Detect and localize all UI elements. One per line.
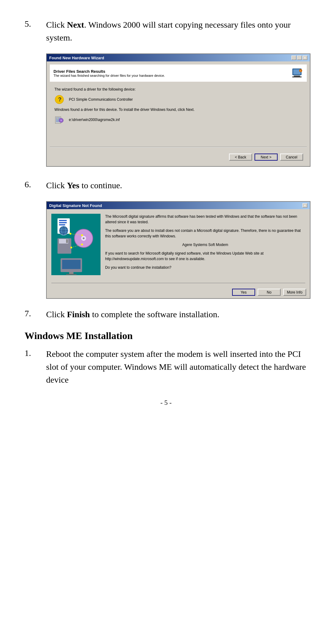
svg-point-35 [70, 247, 72, 248]
step-1-me-text: Reboot the computer system after the mod… [46, 348, 307, 386]
close-btn[interactable]: × [302, 56, 307, 60]
svg-point-13 [61, 120, 62, 121]
minimize-btn[interactable]: _ [291, 56, 296, 60]
svg-point-34 [69, 233, 71, 235]
step-6-text: Click Yes to continue. [46, 179, 307, 192]
dig-sig-text1: The Microsoft digital signature affirms … [105, 214, 305, 225]
page-number: - 5 - [25, 399, 307, 407]
dig-sig-question: Do you want to continue the installation… [105, 265, 305, 270]
device-name: PCI Simple Communications Controller [69, 97, 133, 102]
cancel-button[interactable]: Cancel [280, 154, 303, 161]
step-7-text: Click Finish to complete the software in… [46, 308, 307, 321]
wizard-screenshot: Found New Hardware Wizard _ □ × Driver F… [46, 53, 310, 167]
more-info-button[interactable]: More Info [283, 289, 306, 296]
svg-point-11 [57, 118, 58, 119]
driver-icon [54, 115, 64, 125]
wizard-spacer [50, 131, 307, 143]
yes-button[interactable]: Yes [232, 289, 255, 296]
step-number-1-me: 1. [25, 348, 46, 358]
svg-text:?: ? [300, 70, 301, 72]
dig-sig-text3: If you want to search for Microsoft digi… [105, 251, 305, 262]
step-5: 5. Click Next. Windows 2000 will start c… [25, 18, 307, 44]
back-button[interactable]: < Back [229, 154, 252, 161]
next-button[interactable]: Next > [255, 154, 278, 161]
wizard-header: Driver Files Search Results The wizard h… [50, 64, 307, 82]
step-number-6: 6. [25, 179, 46, 189]
wizard-content: Driver Files Search Results The wizard h… [47, 61, 310, 166]
svg-point-37 [81, 244, 83, 245]
wizard-header-icon: ? [291, 67, 303, 79]
dig-sig-title: Digital Signature Not Found [49, 203, 102, 208]
dig-sig-software-name: Agere Systems Soft Modem [114, 242, 296, 248]
step-5-text: Click Next. Windows 2000 will start copy… [46, 18, 307, 44]
dig-sig-close-btn[interactable]: × [302, 203, 307, 208]
svg-point-36 [81, 234, 83, 236]
step-6: 6. Click Yes to continue. [25, 179, 307, 192]
step-7: 7. Click Finish to complete the software… [25, 308, 307, 321]
dig-sig-titlebar-buttons: × [302, 203, 307, 208]
svg-rect-2 [294, 76, 300, 76]
svg-rect-29 [62, 260, 81, 269]
device-icon: ? [54, 95, 64, 104]
step-1-me: 1. Reboot the computer system after the … [25, 348, 307, 386]
wizard-body: The wizard found a driver for the follow… [50, 84, 307, 131]
no-button[interactable]: No [258, 289, 281, 296]
svg-rect-18 [59, 224, 65, 225]
titlebar-buttons: _ □ × [291, 56, 307, 60]
driver-path: e:\driver\win2000\agrsmw2k.inf [69, 118, 120, 122]
wizard-body-line1: The wizard found a driver for the follow… [54, 87, 302, 92]
windows-me-header: Windows ME Installation [25, 330, 307, 342]
driver-row: e:\driver\win2000\agrsmw2k.inf [54, 115, 302, 125]
maximize-btn[interactable]: □ [297, 56, 302, 60]
dig-sig-text2: The software you are about to install do… [105, 228, 305, 239]
device-row: ? PCI Simple Communications Controller [54, 95, 302, 104]
svg-rect-3 [292, 76, 302, 77]
dig-sig-image [51, 214, 101, 275]
wizard-header-title: Driver Files Search Results [53, 69, 165, 74]
digital-sig-screenshot: Digital Signature Not Found × [46, 201, 310, 299]
svg-point-19 [59, 226, 68, 235]
svg-rect-31 [66, 274, 77, 275]
dig-sig-body: The Microsoft digital signature affirms … [47, 209, 310, 280]
svg-rect-17 [59, 222, 67, 223]
step-number-7: 7. [25, 308, 46, 318]
svg-rect-27 [66, 239, 68, 243]
wizard-title: Found New Hardware Wizard [49, 56, 104, 60]
dig-sig-separator [51, 283, 305, 283]
dig-sig-text: The Microsoft digital signature affirms … [105, 214, 305, 275]
wizard-titlebar: Found New Hardware Wizard _ □ × [47, 54, 310, 61]
dig-sig-buttons: Yes No More Info [47, 286, 310, 298]
svg-point-24 [83, 237, 85, 239]
svg-rect-16 [59, 220, 67, 221]
step-6-bold: Yes [67, 181, 79, 190]
wizard-header-subtitle: The wizard has finished searching for dr… [53, 74, 165, 77]
step-7-bold: Finish [67, 310, 90, 319]
step-number-5: 5. [25, 18, 46, 29]
step-5-bold: Next [67, 20, 84, 29]
wizard-body-line2: Windows found a driver for this device. … [54, 107, 302, 112]
wizard-separator [50, 147, 307, 147]
svg-text:?: ? [58, 96, 61, 103]
wizard-buttons: < Back Next > Cancel [50, 151, 307, 163]
dig-sig-titlebar: Digital Signature Not Found × [47, 202, 310, 209]
